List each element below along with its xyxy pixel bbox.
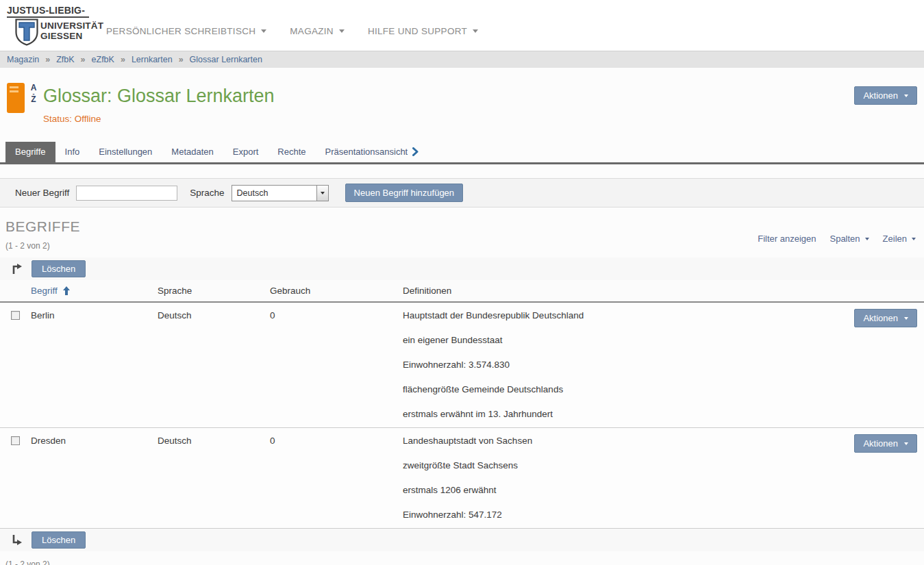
table-row: Dresden Deutsch 0 Landeshauptstadt von S… [0, 428, 924, 529]
breadcrumb-item-lernkarten[interactable]: Lernkarten [132, 55, 173, 64]
glossary-icon [7, 83, 25, 113]
row-checkbox[interactable] [11, 311, 20, 320]
delete-selected-button-bottom[interactable]: Löschen [32, 531, 86, 549]
tab-info[interactable]: Info [55, 142, 90, 162]
tab-einstellungen[interactable]: Einstellungen [89, 142, 162, 162]
breadcrumb-item-ezfbk[interactable]: eZfbK [92, 55, 114, 64]
presentation-chevron-icon [412, 147, 419, 156]
definition: flächengrößte Gemeinde Deutschlands [403, 385, 842, 394]
definitions-cell: Hauptstadt der Bundesrepublik Deutschlan… [403, 311, 842, 419]
definition: erstmals erwähnt im 13. Jahrhundert [403, 410, 842, 419]
usage-cell: 0 [270, 311, 403, 321]
tab-export[interactable]: Export [223, 142, 269, 162]
status-text: Status: Offline [43, 114, 924, 124]
chevron-down-icon [473, 29, 478, 33]
definition: Landeshauptstadt von Sachsen [403, 436, 842, 446]
definition: ein eigener Bundesstaat [403, 336, 842, 345]
glossary-icon-az-label: A - Z [29, 85, 38, 103]
tab-bar: Begriffe Info Einstellungen Metadaten Ex… [0, 142, 924, 164]
page: JUSTUS-LIEBIG- UNIVERSITÄT GIESSEN PERSÖ… [0, 0, 924, 565]
sort-ascending-icon [62, 286, 71, 295]
tab-begriffe[interactable]: Begriffe [5, 142, 55, 162]
table-row: Berlin Deutsch 0 Hauptstadt der Bundesre… [0, 303, 924, 428]
terms-table: Löschen Begriff Sprache Gebrauch Definit… [0, 258, 924, 565]
language-cell: Deutsch [158, 436, 270, 446]
table-header-row: Begriff Sprache Gebrauch Definitionen [0, 280, 924, 303]
rows-dropdown[interactable]: Zeilen [883, 234, 916, 244]
top-header-bar: JUSTUS-LIEBIG- UNIVERSITÄT GIESSEN PERSÖ… [0, 0, 924, 51]
definition: zweitgrößte Stadt Sachsens [403, 461, 842, 470]
table-toolbar-top: Löschen [0, 258, 924, 280]
nav-magazin[interactable]: MAGAZIN [290, 26, 345, 36]
main-content: A - Z Glossar: Glossar Lernkarten Status… [0, 68, 924, 565]
breadcrumb-separator: » [179, 55, 184, 64]
column-header-begriff[interactable]: Begriff [31, 286, 158, 296]
university-logo[interactable]: JUSTUS-LIEBIG- UNIVERSITÄT GIESSEN [7, 4, 103, 46]
page-actions-button[interactable]: Aktionen [854, 86, 917, 105]
chevron-down-icon [261, 29, 266, 33]
terms-section-title: BEGRIFFE [5, 218, 924, 235]
term-cell: Dresden [31, 436, 158, 446]
result-count-bottom: (1 - 2 von 2) [0, 551, 924, 565]
row-checkbox[interactable] [11, 436, 20, 445]
row-actions-button[interactable]: Aktionen [854, 309, 917, 327]
columns-dropdown[interactable]: Spalten [829, 234, 869, 244]
table-controls: Filter anzeigen Spalten Zeilen [758, 234, 916, 244]
tab-praesentationsansicht[interactable]: Präsentationsansicht [316, 142, 429, 162]
definition: Einwohnerzahl: 547.172 [403, 510, 842, 520]
table-toolbar-bottom: Löschen [0, 529, 924, 551]
definitions-cell: Landeshauptstadt von Sachsen zweitgrößte… [403, 436, 842, 520]
tab-metadaten[interactable]: Metadaten [162, 142, 223, 162]
select-dropdown-button[interactable] [316, 186, 328, 201]
logo-line1: JUSTUS-LIEBIG- [7, 5, 89, 18]
column-header-gebrauch[interactable]: Gebrauch [270, 286, 403, 296]
definition: Einwohnerzahl: 3.574.830 [403, 360, 842, 370]
apply-to-selected-up-icon [11, 263, 23, 275]
logo-line2: UNIVERSITÄT [40, 21, 103, 31]
university-shield-icon [15, 18, 38, 46]
chevron-down-icon [904, 95, 908, 97]
add-term-button[interactable]: Neuen Begriff hinzufügen [345, 184, 463, 202]
chevron-down-icon [912, 238, 916, 240]
definition: Hauptstadt der Bundesrepublik Deutschlan… [403, 311, 842, 321]
language-select[interactable]: Deutsch [232, 185, 329, 201]
chevron-down-icon [339, 29, 345, 33]
usage-cell: 0 [270, 436, 403, 446]
chevron-down-icon [904, 442, 908, 445]
definition: erstmals 1206 erwähnt [403, 486, 842, 495]
breadcrumb-separator: » [45, 55, 50, 64]
new-term-input[interactable] [76, 186, 177, 201]
row-actions-button[interactable]: Aktionen [854, 434, 917, 453]
breadcrumb-item-glossar-lernkarten[interactable]: Glossar Lernkarten [190, 55, 262, 64]
language-select-value: Deutsch [232, 186, 316, 201]
nav-personal-desktop[interactable]: PERSÖNLICHER SCHREIBTISCH [106, 26, 266, 36]
breadcrumb-item-magazin[interactable]: Magazin [7, 55, 39, 64]
new-term-form: Neuer Begriff Sprache Deutsch Neuen Begr… [0, 178, 924, 208]
tab-rechte[interactable]: Rechte [268, 142, 315, 162]
breadcrumb-separator: » [121, 55, 125, 64]
column-header-sprache[interactable]: Sprache [158, 286, 270, 296]
chevron-down-icon [321, 192, 325, 194]
logo-line3: GIESSEN [40, 31, 103, 41]
terms-list-header: BEGRIFFE (1 - 2 von 2) Filter anzeigen S… [0, 208, 924, 251]
language-cell: Deutsch [158, 311, 270, 321]
breadcrumb-item-zfbk[interactable]: ZfbK [56, 55, 74, 64]
page-title: Glossar: Glossar Lernkarten [43, 81, 924, 107]
main-navigation: PERSÖNLICHER SCHREIBTISCH MAGAZIN HILFE … [106, 26, 478, 36]
apply-to-selected-down-icon [11, 534, 23, 546]
term-cell: Berlin [31, 311, 158, 321]
show-filter-link[interactable]: Filter anzeigen [758, 234, 816, 244]
chevron-down-icon [904, 317, 908, 320]
breadcrumb: Magazin » ZfbK » eZfbK » Lernkarten » Gl… [0, 51, 924, 68]
nav-help-support[interactable]: HILFE UND SUPPORT [368, 26, 478, 36]
breadcrumb-separator: » [81, 55, 86, 64]
column-header-definitionen[interactable]: Definitionen [403, 286, 842, 296]
delete-selected-button-top[interactable]: Löschen [32, 260, 86, 277]
title-block: A - Z Glossar: Glossar Lernkarten Status… [0, 68, 924, 124]
new-term-label: Neuer Begriff [15, 188, 69, 198]
language-label: Sprache [190, 188, 224, 198]
chevron-down-icon [865, 238, 869, 240]
